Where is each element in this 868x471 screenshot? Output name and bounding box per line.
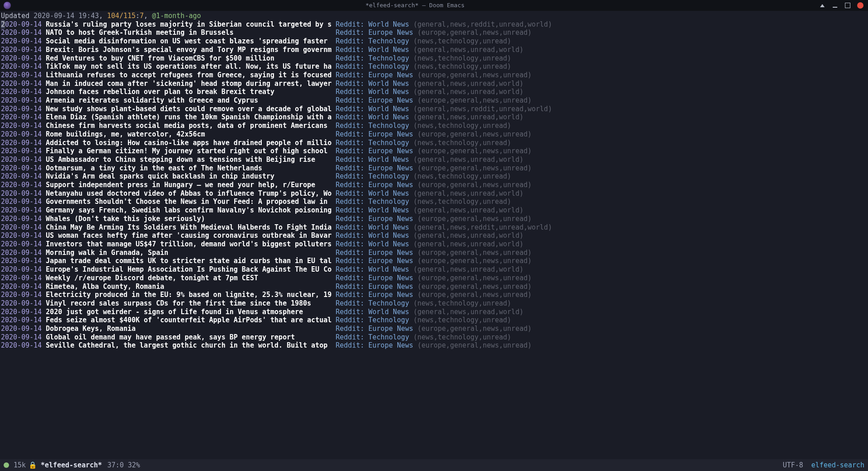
entry-tags: (europe,general,news,unread) (417, 283, 532, 291)
entry-title: Whales (Don't take this joke seriously) (46, 215, 331, 223)
entry-title: Seville Cathedral, the largest gothic ch… (46, 341, 331, 349)
feed-entry[interactable]: 2020-09-14 Lithuania refuses to accept r… (1, 71, 867, 80)
entries-list[interactable]: 2020-09-14 Russia's ruling party loses m… (0, 20, 868, 350)
feed-entry[interactable]: 2020-09-14 2020 just got weirder - signs… (1, 308, 867, 316)
feed-entry[interactable]: 2020-09-14 New study shows plant-based d… (1, 105, 867, 113)
minimize-button[interactable] (832, 2, 838, 9)
feed-entry[interactable]: 2020-09-14 Weekly /r/europe Discord deba… (1, 274, 867, 283)
app-icon (4, 2, 11, 9)
entry-tags: (europe,general,news,unread) (417, 96, 532, 104)
feed-entry[interactable]: 2020-09-14 US woman faces hefty fine aft… (1, 231, 867, 240)
entry-date: 2020-09-14 (1, 265, 42, 273)
entry-date: 2020-09-14 (1, 130, 42, 138)
feed-entry[interactable]: 2020-09-14 Man in induced coma after 'si… (1, 80, 867, 88)
feed-entry[interactable]: 2020-09-14 Elena Diaz (Spanish athlete) … (1, 113, 867, 122)
feed-entry[interactable]: 2020-09-14 Support independent press in … (1, 181, 867, 189)
feed-entry[interactable]: 2020-09-14 China May Be Arming Its Soldi… (1, 223, 867, 232)
entry-title: China May Be Arming Its Soldiers With Me… (46, 223, 331, 231)
feed-entry[interactable]: 2020-09-14 Seville Cathedral, the larges… (1, 341, 867, 350)
entry-date: 2020-09-14 (1, 155, 42, 164)
entry-feed: Reddit: World News (336, 189, 410, 198)
feed-entry[interactable]: 2020-09-14 Johnson faces rebellion over … (1, 88, 867, 96)
entry-title: Ootmarsum, a tiny city in the east of Th… (46, 164, 331, 172)
feed-entry[interactable]: 2020-09-14 Whales (Don't take this joke … (1, 215, 867, 223)
feed-entry[interactable]: 2020-09-14 NATO to host Greek-Turkish me… (1, 28, 867, 37)
entry-title: Investors that manage US$47 trillion, de… (46, 240, 331, 248)
entry-date: 2020-09-14 (1, 62, 42, 71)
encoding: UTF-8 (783, 461, 803, 470)
rollup-button[interactable] (819, 2, 826, 9)
feed-entry[interactable]: 2020-09-14 Investors that manage US$47 t… (1, 240, 867, 249)
entry-date: 2020-09-14 (1, 333, 42, 341)
feed-entry[interactable]: 2020-09-14 Morning walk in Granada, Spai… (1, 249, 867, 257)
entry-tags: (general,news,unread,world) (413, 155, 524, 164)
entry-feed: Reddit: Technology (336, 172, 410, 180)
entry-title: Global oil demand may have passed peak, … (46, 333, 331, 341)
entry-tags: (general,news,unread,world) (413, 80, 524, 88)
feed-entry[interactable]: 2020-09-14 Addicted to losing: How casin… (1, 139, 867, 147)
feed-entry[interactable]: 2020-09-14 Ootmarsum, a tiny city in the… (1, 164, 867, 173)
entry-date: 2020-09-14 (1, 54, 42, 62)
feed-entry[interactable]: 2020-09-14 Feds seize almost $400K of 'c… (1, 316, 867, 325)
entry-tags: (general,news,unread,world) (413, 240, 524, 248)
feed-entry[interactable]: 2020-09-14 Red Ventures to buy CNET from… (1, 54, 867, 63)
header-shown-total: 104/115 (107, 12, 136, 20)
feed-entry[interactable]: 2020-09-14 Europe's Industrial Hemp Asso… (1, 265, 867, 274)
entry-tags: (europe,general,news,unread) (417, 147, 532, 155)
entry-title: Addicted to losing: How casino-like apps… (46, 139, 331, 147)
entry-feed: Reddit: Europe News (336, 257, 414, 265)
entry-feed: Reddit: World News (336, 308, 410, 316)
feed-entry[interactable]: 2020-09-14 TikTok may not sell its US op… (1, 62, 867, 71)
feed-entry[interactable]: 2020-09-14 Japan trade deal commits UK t… (1, 257, 867, 265)
entry-feed: Reddit: World News (336, 46, 410, 54)
feed-entry[interactable]: 2020-09-14 Germany says French, Swedish … (1, 206, 867, 215)
feed-entry[interactable]: 2020-09-14 Brexit: Boris Johnson's speci… (1, 46, 867, 54)
feed-entry[interactable]: 2020-09-14 Governments Shouldn't Choose … (1, 198, 867, 206)
feed-entry[interactable]: 2020-09-14 Netanyahu used doctored video… (1, 189, 867, 198)
feed-entry[interactable]: 2020-09-14 US Ambassador to China steppi… (1, 155, 867, 164)
feed-entry[interactable]: 2020-09-14 Nvidia's Arm deal sparks quic… (1, 172, 867, 181)
feed-entry[interactable]: 2020-09-14 Finally a German citizen! My … (1, 147, 867, 155)
entry-feed: Reddit: Europe News (336, 274, 414, 282)
feed-entry[interactable]: 2020-09-14 Electricity produced in the E… (1, 291, 867, 299)
feed-entry[interactable]: 2020-09-14 Dobrogea Keys, Romania Reddit… (1, 325, 867, 333)
entry-date: 2020-09-14 (1, 240, 42, 248)
entry-feed: Reddit: Technology (336, 333, 410, 341)
entry-title: Brexit: Boris Johnson's special envoy an… (46, 46, 331, 54)
entry-tags: (europe,general,news,unread) (417, 257, 532, 265)
entry-feed: Reddit: Europe News (336, 71, 414, 79)
entry-title: Morning walk in Granada, Spain (46, 249, 331, 257)
entry-tags: (europe,general,news,unread) (417, 164, 532, 172)
entry-feed: Reddit: Europe News (336, 181, 414, 189)
entry-feed: Reddit: World News (336, 231, 410, 240)
major-mode: elfeed-search (811, 461, 864, 470)
entry-tags: (general,news,reddit,unread,world) (413, 223, 552, 231)
feed-entry[interactable]: 2020-09-14 Russia's ruling party loses m… (1, 20, 867, 29)
entry-feed: Reddit: World News (336, 113, 410, 121)
feed-entry[interactable]: 2020-09-14 Vinyl record sales surpass CD… (1, 299, 867, 308)
entry-date: 2020-09-14 (1, 71, 42, 79)
feed-entry[interactable]: 2020-09-14 Armenia reiterates solidarity… (1, 96, 867, 105)
close-button[interactable] (857, 2, 863, 9)
entry-feed: Reddit: World News (336, 265, 410, 273)
feed-entry[interactable]: 2020-09-14 Rome buildings, me, watercolo… (1, 130, 867, 139)
feed-entry[interactable]: 2020-09-14 Global oil demand may have pa… (1, 333, 867, 342)
feed-entry[interactable]: 2020-09-14 Social media disinformation o… (1, 37, 867, 46)
entry-tags: (general,news,unread,world) (413, 189, 524, 198)
entry-feed: Reddit: Europe News (336, 341, 414, 349)
entry-feed: Reddit: Europe News (336, 147, 414, 155)
feed-entry[interactable]: 2020-09-14 Chinese firm harvests social … (1, 122, 867, 130)
entry-tags: (general,news,unread,world) (413, 265, 524, 273)
entry-tags: (europe,general,news,unread) (417, 28, 532, 37)
entry-tags: (news,technology,unread) (413, 198, 511, 206)
feed-entry[interactable]: 2020-09-14 Rimetea, Alba County, Romania… (1, 283, 867, 291)
entry-title: US Ambassador to China stepping down as … (46, 155, 331, 164)
entry-tags: (general,news,unread,world) (413, 206, 524, 214)
entry-date: 2020-09-14 (1, 96, 42, 104)
entry-feed: Reddit: Technology (336, 37, 410, 45)
entry-date: 2020-09-14 (1, 198, 42, 206)
entry-title: Germany says French, Swedish labs confir… (46, 206, 331, 214)
entry-title: TikTok may not sell its US operations af… (46, 62, 331, 71)
maximize-button[interactable] (844, 2, 851, 9)
entry-title: Support independent press in Hungary – w… (46, 181, 331, 189)
